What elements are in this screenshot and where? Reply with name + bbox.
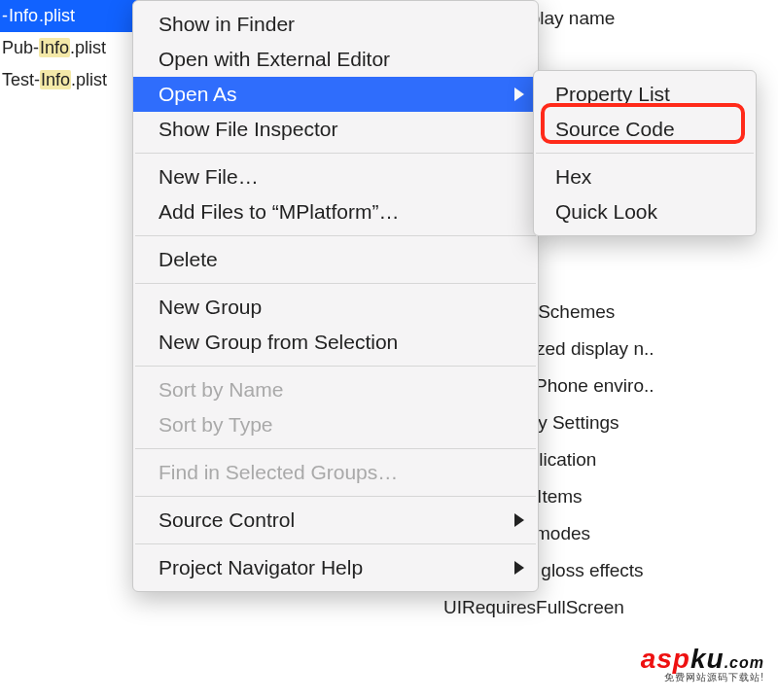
menu-new-group[interactable]: New Group xyxy=(133,290,538,325)
watermark-logo: aspku.com 免费网站源码下载站! xyxy=(641,646,764,682)
menu-new-file[interactable]: New File… xyxy=(133,159,538,194)
context-menu: Show in Finder Open with External Editor… xyxy=(132,0,539,592)
menu-show-in-finder[interactable]: Show in Finder xyxy=(133,7,538,42)
menu-open-external-editor[interactable]: Open with External Editor xyxy=(133,42,538,77)
menu-source-control-label: Source Control xyxy=(159,508,295,531)
menu-separator xyxy=(135,366,536,367)
menu-separator xyxy=(135,448,536,449)
menu-project-navigator-help[interactable]: Project Navigator Help xyxy=(133,550,538,585)
menu-add-files[interactable]: Add Files to “MPlatform”… xyxy=(133,194,538,229)
submenu-quick-look[interactable]: Quick Look xyxy=(534,194,756,229)
xcode-context-screenshot: Bundle display name e file ntifier sion … xyxy=(0,0,778,700)
menu-source-control[interactable]: Source Control xyxy=(133,503,538,538)
menu-sort-by-name: Sort by Name xyxy=(133,372,538,407)
file-prefix: Pub- xyxy=(2,38,39,57)
file-highlight: Info xyxy=(40,70,71,89)
submenu-arrow-icon xyxy=(514,561,524,575)
submenu-hex[interactable]: Hex xyxy=(534,159,756,194)
submenu-source-code[interactable]: Source Code xyxy=(534,112,756,147)
file-suffix: .plist xyxy=(39,6,75,25)
menu-separator xyxy=(135,543,536,544)
menu-show-file-inspector[interactable]: Show File Inspector xyxy=(133,112,538,147)
submenu-arrow-icon xyxy=(514,513,524,527)
submenu-arrow-icon xyxy=(514,88,524,101)
menu-separator xyxy=(135,153,536,154)
menu-delete[interactable]: Delete xyxy=(133,242,538,277)
menu-sort-by-type: Sort by Type xyxy=(133,407,538,442)
file-suffix: .plist xyxy=(71,70,107,89)
file-suffix: .plist xyxy=(70,38,106,57)
menu-separator xyxy=(135,235,536,236)
file-highlight: Info xyxy=(39,38,70,57)
watermark-dot: .com xyxy=(725,654,764,671)
file-prefix: Test- xyxy=(2,70,40,89)
watermark-part-a: asp xyxy=(641,644,690,674)
watermark-part-b: ku xyxy=(690,644,725,674)
menu-nav-help-label: Project Navigator Help xyxy=(159,556,363,578)
menu-open-as[interactable]: Open As xyxy=(133,77,538,112)
menu-new-group-from-selection[interactable]: New Group from Selection xyxy=(133,325,538,360)
menu-separator xyxy=(536,153,754,154)
file-highlight: Info xyxy=(8,6,39,25)
menu-open-as-label: Open As xyxy=(159,83,237,105)
menu-separator xyxy=(135,496,536,497)
open-as-submenu: Property List Source Code Hex Quick Look xyxy=(533,70,757,236)
menu-separator xyxy=(135,283,536,284)
watermark-sub: 免费网站源码下载站! xyxy=(641,673,764,682)
plist-row: UIRequiresFullScreen xyxy=(438,589,778,626)
submenu-property-list[interactable]: Property List xyxy=(534,77,756,112)
menu-find-in-selected-groups: Find in Selected Groups… xyxy=(133,455,538,490)
